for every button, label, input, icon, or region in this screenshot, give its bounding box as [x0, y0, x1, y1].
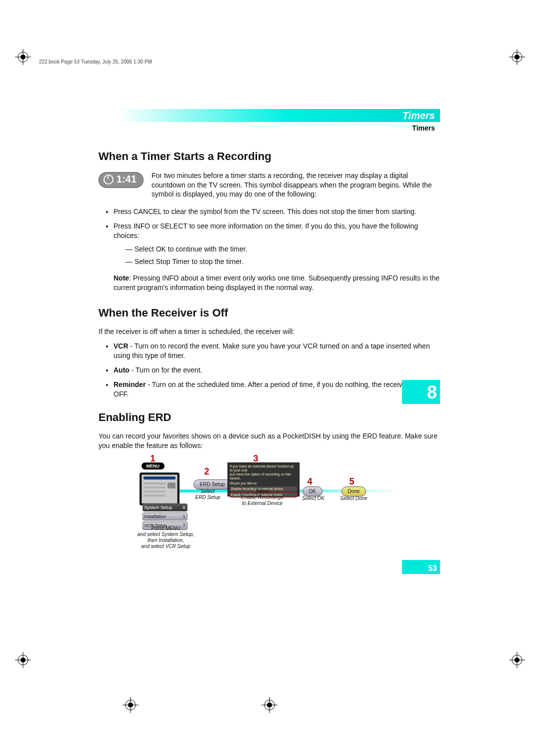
dash-item: Select Stop Timer to stop the timer.	[126, 257, 440, 266]
crop-mark-icon	[122, 697, 138, 713]
tv-screenshot-icon	[140, 472, 180, 506]
bullet-text: - Turn on for the event.	[130, 366, 202, 374]
crop-mark-icon	[15, 652, 31, 668]
book-metadata-line: 222.book Page 53 Tuesday, July 25, 2006 …	[39, 59, 152, 64]
step-caption: Select Done	[336, 496, 372, 502]
crop-mark-icon	[509, 49, 525, 65]
bullet-label: VCR	[114, 342, 128, 350]
bullet-text: - Turn on to record the event. Make sure…	[114, 342, 430, 360]
erd-setup-diagram: 1 2 3 4 5 MENU System Setup6 Installatio…	[140, 456, 400, 560]
chapter-number-tab: 8	[402, 380, 440, 404]
step-caption: Select Enable Recordings to External Dev…	[232, 488, 292, 506]
section2-intro-text: If the receiver is off when a timer is s…	[98, 327, 440, 336]
step-caption: Press MENU and select System Setup, then…	[134, 526, 198, 550]
chapter-title: Timers	[402, 110, 435, 122]
step-number: 2	[204, 466, 210, 478]
crop-mark-icon	[15, 49, 31, 65]
dialog-text: Would you like to:	[230, 482, 297, 486]
menu-item: System Setup6	[142, 504, 188, 512]
timer-countdown-badge: 1:41	[98, 172, 144, 188]
step-caption: Select OK	[298, 496, 328, 502]
note-text: : Pressing INFO about a timer event only…	[114, 274, 440, 292]
chapter-header-bar: Timers	[98, 109, 440, 122]
erd-setup-pill: ERD Setup	[194, 480, 232, 490]
step-number: 5	[350, 476, 354, 488]
note-label: Note	[114, 274, 129, 282]
crop-mark-icon	[262, 697, 278, 713]
bullet-text: - Turn on at the scheduled time. After a…	[114, 380, 434, 398]
bullet-item: Reminder - Turn on at the scheduled time…	[114, 380, 440, 399]
section-heading-receiver-off: When the Receiver is Off	[98, 306, 440, 320]
ok-pill: OK	[302, 486, 322, 496]
section-heading-enabling-erd: Enabling ERD	[98, 410, 440, 425]
bullet-item: VCR - Turn on to record the event. Make …	[114, 342, 440, 360]
clock-icon	[104, 174, 114, 184]
bullet-label: Reminder	[114, 380, 146, 388]
step-caption: Select ERD Setup	[190, 488, 226, 500]
bullet-item: Press CANCEL to clear the symbol from th…	[114, 207, 440, 216]
page-content: When a Timer Starts a Recording 1:41 For…	[98, 149, 440, 560]
timer-countdown-value: 1:41	[116, 172, 136, 186]
dialog-text: If you have an external device hooked up…	[230, 464, 297, 472]
section3-intro-text: You can record your favorites shows on a…	[98, 432, 440, 450]
menu-item: Installation1	[142, 512, 188, 520]
chapter-subtitle: Timers	[412, 124, 435, 132]
crop-mark-icon	[509, 652, 525, 668]
menu-button-graphic: MENU	[142, 462, 165, 470]
bullet-item: Press INFO or SELECT to see more informa…	[114, 222, 440, 266]
section-heading-timer-start: When a Timer Starts a Recording	[98, 149, 440, 164]
note-paragraph: Note: Pressing INFO about a timer event …	[114, 274, 440, 292]
bullet-label: Auto	[114, 366, 130, 374]
dialog-text: you have the option of recording on this…	[230, 472, 297, 480]
step-number: 4	[308, 476, 312, 488]
done-pill: Done	[342, 486, 366, 496]
page-number-tab: 53	[402, 560, 440, 574]
section1-intro-text: For two minutes before a timer starts a …	[152, 171, 440, 200]
bullet-item: Auto - Turn on for the event.	[114, 366, 440, 375]
dash-item: Select OK to continue with the timer.	[126, 244, 440, 254]
bullet-item-text: Press INFO or SELECT to see more informa…	[114, 222, 418, 240]
